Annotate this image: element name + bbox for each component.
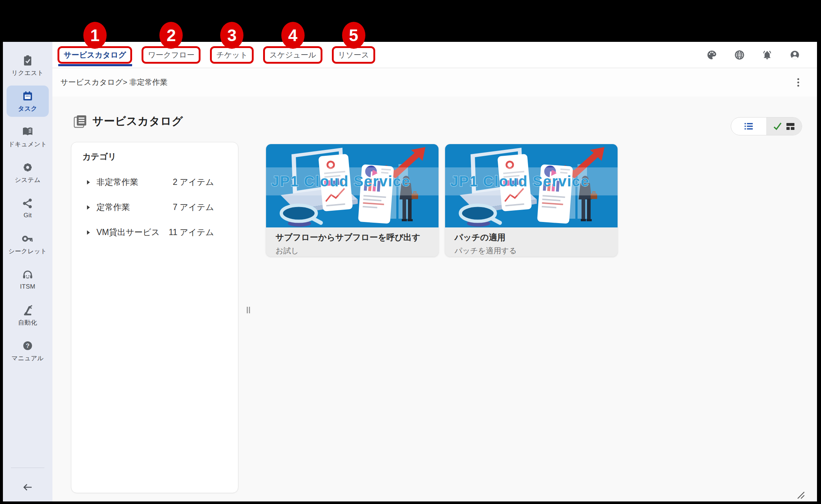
annotation-badge-4: 4 [281, 22, 305, 49]
category-count: 11 アイテム [169, 227, 214, 238]
category-row-teijou[interactable]: 定常作業 7 アイテム [71, 195, 238, 220]
sidebar-item-secret[interactable]: シークレット [7, 228, 49, 259]
topbar-icons [706, 49, 800, 60]
category-name: 非定常作業 [96, 176, 173, 188]
page-title-row: サービスカタログ [72, 113, 183, 129]
share-icon [21, 197, 34, 210]
headset-icon [21, 269, 34, 281]
category-name: 定常作業 [96, 202, 173, 213]
sidebar-item-system[interactable]: システム [7, 157, 49, 188]
help-icon: ? [21, 340, 34, 352]
sidebar-item-label: リクエスト [12, 69, 44, 77]
sidebar: リクエスト タスク ドキュメント システム [3, 42, 52, 501]
category-heading: カテゴリ [71, 142, 238, 162]
calendar-icon [21, 90, 34, 102]
sidebar-item-manual[interactable]: ? マニュアル [7, 335, 49, 366]
card-view-icon [785, 121, 796, 131]
tab-workflow[interactable]: ワークフロー 2 [142, 46, 201, 64]
category-panel: カテゴリ 非定常作業 2 アイテム 定常作業 7 アイテム VM貸出サービス 1… [71, 142, 238, 493]
annotation-badge-5: 5 [342, 22, 365, 49]
sidebar-item-label: Git [24, 212, 32, 219]
tab-ticket[interactable]: チケット 3 [210, 46, 254, 64]
category-row-vm[interactable]: VM貸出サービス 11 アイテム [71, 220, 238, 245]
key-icon [21, 233, 34, 245]
app-window: リクエスト タスク ドキュメント システム [3, 42, 817, 501]
card-image-text: JP1 Cloud Service [271, 173, 410, 189]
annotation-badge-1: 1 [83, 22, 107, 49]
caret-right-icon [87, 230, 90, 235]
sidebar-item-itsm[interactable]: ITSM [7, 264, 49, 295]
card-subtitle: パッチを適用する [455, 246, 608, 256]
sidebar-item-label: タスク [18, 104, 37, 113]
sidebar-item-label: シークレット [8, 247, 47, 255]
svg-text:?: ? [26, 342, 29, 349]
globe-icon[interactable] [734, 49, 745, 60]
main-area: サービスカタログ 1 ワークフロー 2 チケット 3 スケジュール 4 リソース [52, 42, 817, 501]
page-title: サービスカタログ [92, 114, 183, 129]
kebab-menu-icon[interactable] [794, 75, 802, 90]
sidebar-nav: リクエスト タスク ドキュメント システム [3, 42, 52, 366]
sidebar-item-automation[interactable]: 自動化 [7, 299, 49, 331]
tabs: サービスカタログ 1 ワークフロー 2 チケット 3 スケジュール 4 リソース [57, 46, 375, 64]
catalog-icon [72, 113, 88, 129]
category-name: VM貸出サービス [96, 227, 169, 238]
card-illustration: JP1 Cloud Service [266, 144, 439, 227]
list-view-icon [743, 121, 754, 131]
sidebar-item-task[interactable]: タスク [7, 86, 49, 117]
robot-arm-icon [21, 304, 34, 316]
sidebar-collapse-button[interactable] [3, 483, 52, 492]
card-body: サブフローからサブフローを呼び出す お試し [266, 227, 439, 256]
tab-label: チケット [216, 51, 247, 59]
annotation-badge-2: 2 [159, 22, 183, 49]
sidebar-item-label: ドキュメント [8, 140, 47, 148]
card-body: パッチの適用 パッチを適用する [445, 227, 618, 256]
tab-schedule[interactable]: スケジュール 4 [263, 46, 322, 64]
clipboard-check-icon [21, 54, 34, 67]
annotation-badge-3: 3 [220, 22, 243, 49]
notifications-icon[interactable] [762, 49, 773, 60]
card-illustration: JP1 Cloud Service [445, 144, 618, 227]
tab-label: サービスカタログ [64, 51, 126, 59]
tab-bar: サービスカタログ 1 ワークフロー 2 チケット 3 スケジュール 4 リソース [52, 42, 817, 68]
tab-label: リソース [338, 51, 369, 59]
card-view-button[interactable] [766, 118, 802, 135]
sidebar-divider [11, 468, 44, 468]
card-title: パッチの適用 [455, 232, 608, 243]
gear-icon [21, 161, 34, 174]
check-icon [773, 122, 782, 131]
category-count: 2 アイテム [173, 176, 214, 188]
caret-right-icon [87, 180, 90, 184]
list-view-button[interactable] [731, 118, 766, 135]
resize-handle-icon[interactable] [796, 491, 806, 500]
book-icon [21, 126, 34, 138]
sidebar-item-git[interactable]: Git [7, 193, 49, 224]
splitter-handle[interactable] [247, 307, 250, 313]
card-image-text: JP1 Cloud Service [450, 173, 590, 189]
category-row-hiteijou[interactable]: 非定常作業 2 アイテム [71, 170, 238, 195]
view-toggle [731, 117, 802, 135]
sidebar-item-label: ITSM [20, 283, 35, 290]
category-count: 7 アイテム [173, 202, 214, 213]
service-card-patch[interactable]: JP1 Cloud Service パッチの適用 パッチを適用する [445, 144, 618, 257]
account-icon[interactable] [789, 49, 800, 60]
sidebar-item-label: マニュアル [12, 354, 44, 362]
tab-service-catalog[interactable]: サービスカタログ 1 [57, 46, 132, 64]
breadcrumb[interactable]: サービスカタログ> 非定常作業 [60, 77, 168, 87]
tab-label: ワークフロー [148, 51, 194, 59]
category-list: 非定常作業 2 アイテム 定常作業 7 アイテム VM貸出サービス 11 アイテ… [71, 170, 238, 245]
tab-label: スケジュール [269, 51, 316, 59]
tab-resource[interactable]: リソース 5 [332, 46, 375, 64]
caret-right-icon [87, 205, 90, 210]
sidebar-item-document[interactable]: ドキュメント [7, 121, 49, 152]
sidebar-item-label: システム [15, 176, 41, 184]
palette-icon[interactable] [706, 49, 717, 60]
sidebar-item-label: 自動化 [18, 318, 37, 327]
service-card-subflow[interactable]: JP1 Cloud Service サブフローからサブフローを呼び出す お試し [266, 144, 439, 257]
card-subtitle: お試し [275, 246, 429, 256]
card-title: サブフローからサブフローを呼び出す [275, 232, 429, 243]
arrow-left-icon [22, 483, 33, 492]
sidebar-item-request[interactable]: リクエスト [7, 50, 49, 81]
breadcrumb-row: サービスカタログ> 非定常作業 [52, 68, 817, 96]
